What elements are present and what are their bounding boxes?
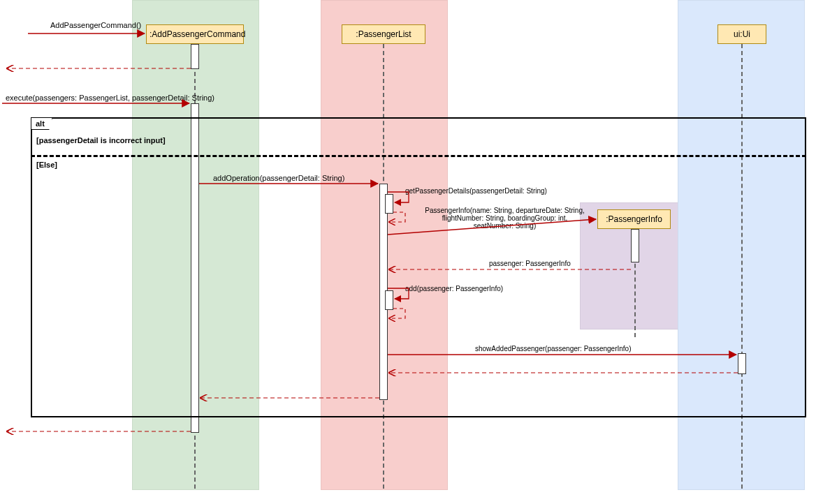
alt-guard-1: [passengerDetail is incorrect input] (36, 136, 166, 144)
msg-label-ctorpinfo: PassengerInfo(name: String, departureDat… (423, 207, 587, 230)
lifeline-head-passengerlist: :PassengerList (342, 24, 425, 44)
activation-addcmd-create (191, 44, 199, 69)
msg-label-addoperation: addOperation(passengerDetail: String) (213, 174, 344, 182)
alt-guard-2: [Else] (36, 161, 57, 169)
alt-separator (31, 155, 806, 157)
msg-label-showadded: showAddedPassenger(passenger: PassengerI… (475, 345, 631, 353)
alt-fragment: alt (31, 117, 806, 417)
msg-label-createcmd: AddPassengerCommand() (50, 21, 141, 29)
lifeline-label: :AddPassengerCommand (150, 29, 245, 39)
alt-tag: alt (31, 118, 52, 130)
lifeline-head-addpassengercommand: :AddPassengerCommand (146, 24, 244, 44)
sequence-diagram: :AddPassengerCommand :PassengerList :Pas… (0, 0, 816, 504)
msg-label-getdetails: getPassengerDetails(passengerDetail: Str… (405, 187, 547, 195)
msg-label-execute: execute(passengers: PassengerList, passe… (6, 94, 214, 102)
msg-label-addpassenger: add(passenger: PassengerInfo) (405, 285, 503, 292)
lifeline-head-ui: ui:Ui (717, 24, 766, 44)
lifeline-label: ui:Ui (734, 29, 750, 39)
msg-label-returnpassenger: passenger: PassengerInfo (489, 260, 571, 267)
lifeline-label: :PassengerList (356, 29, 411, 39)
